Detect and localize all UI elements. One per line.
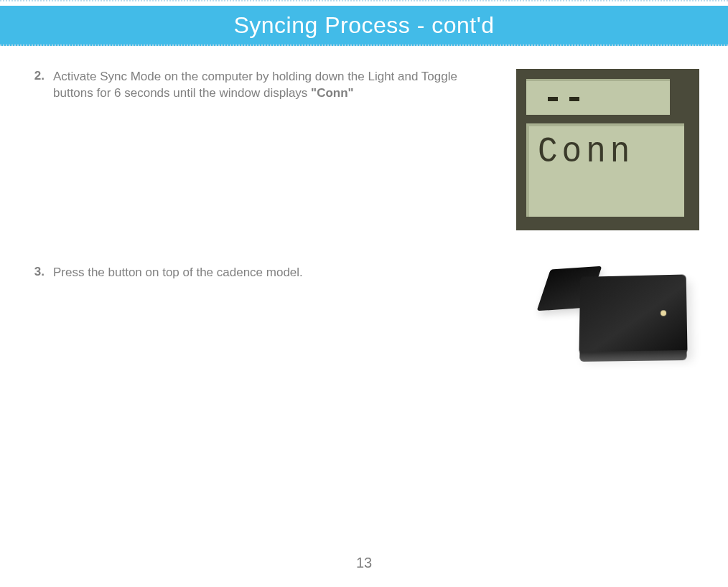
step-number: 2. — [29, 69, 49, 83]
step-text-body: Activate Sync Mode on the computer by ho… — [53, 70, 457, 100]
page-title: Syncing Process - cont'd — [233, 12, 494, 39]
step-text: Press the button on top of the cadence m… — [49, 265, 513, 281]
step-text-body: Press the button on top of the cadence m… — [53, 266, 303, 279]
lcd-bottom-panel: Conn — [526, 123, 684, 217]
step-row: 3. Press the button on top of the cadenc… — [29, 265, 699, 372]
step-text: Activate Sync Mode on the computer by ho… — [49, 69, 513, 102]
step-row: 2. Activate Sync Mode on the computer by… — [29, 69, 699, 230]
lcd-display-photo: Conn — [516, 69, 699, 230]
manual-page: Syncing Process - cont'd 2. Activate Syn… — [0, 0, 728, 587]
page-number: 13 — [0, 555, 728, 571]
step-image-container: Conn — [513, 69, 699, 230]
step-number: 3. — [29, 265, 49, 279]
content-area: 2. Activate Sync Mode on the computer by… — [0, 46, 728, 372]
cadence-sensor-photo — [527, 265, 699, 372]
lcd-top-panel — [526, 79, 670, 115]
title-bar: Syncing Process - cont'd — [0, 6, 728, 46]
sensor-body — [579, 274, 687, 354]
sensor-edge — [579, 350, 686, 362]
step-text-bold: "Conn" — [311, 86, 354, 100]
lcd-readout: Conn — [538, 131, 634, 172]
step-image-container — [513, 265, 699, 372]
